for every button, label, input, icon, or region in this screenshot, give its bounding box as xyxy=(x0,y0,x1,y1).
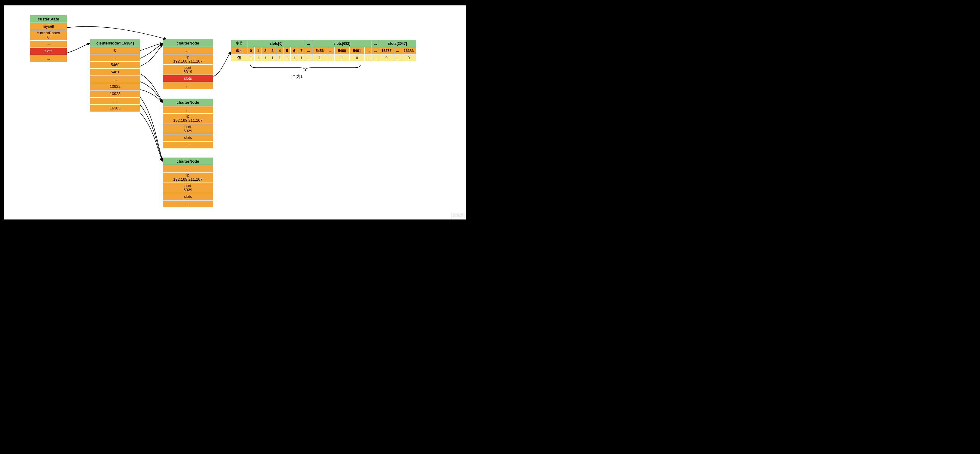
index-cell: 5456 xyxy=(312,47,328,54)
box-row: ip192.168.211.107 xyxy=(162,172,213,183)
index-cell: ... xyxy=(394,47,401,54)
box-row: myself xyxy=(30,23,67,30)
group-header: slots[2047] xyxy=(379,40,416,47)
watermark: 创新社区 xyxy=(451,213,465,218)
box-row: ... xyxy=(30,55,67,62)
value-cell: ... xyxy=(328,54,334,62)
cluster-node-2-box: clsuterNode...ip192.168.211.107port6329s… xyxy=(162,98,213,148)
box-row: ... xyxy=(162,47,213,54)
box-header: clsuterNode xyxy=(162,157,213,165)
value-cell: 1 xyxy=(334,54,350,62)
index-cell: 6 xyxy=(291,47,298,54)
cluster-state-box: custerStatemyselfcurrentEpoch0...slots..… xyxy=(30,15,67,62)
row-label-index: 索引 xyxy=(231,47,247,54)
index-cell: ... xyxy=(372,47,379,54)
value-cell: 1 xyxy=(262,54,269,62)
cluster-node-3-box: clsuterNode...ip192.168.211.107port6329s… xyxy=(162,157,213,207)
index-cell: 2 xyxy=(262,47,269,54)
box-row: ... xyxy=(162,165,213,172)
brace-label: 全为1 xyxy=(292,74,303,80)
index-cell: ... xyxy=(364,47,372,54)
box-row: ... xyxy=(90,97,140,105)
box-row: ... xyxy=(162,141,213,148)
box-row: currentEpoch0 xyxy=(30,30,67,41)
box-row: slots xyxy=(30,48,67,55)
value-cell: 0 xyxy=(379,54,394,62)
box-row: ip192.168.211.107 xyxy=(162,54,213,65)
box-row: port6329 xyxy=(162,124,213,134)
box-row: slots xyxy=(162,134,213,141)
value-cell: 1 xyxy=(269,54,276,62)
box-header: clsuterNode*[16384] xyxy=(90,39,140,47)
index-cell: 16383 xyxy=(401,47,416,54)
index-cell: 7 xyxy=(298,47,305,54)
index-cell: ... xyxy=(328,47,334,54)
box-row: ... xyxy=(90,76,140,83)
box-row: ... xyxy=(30,41,67,48)
index-cell: 4 xyxy=(276,47,283,54)
connector-arrows xyxy=(4,5,466,220)
box-row: 16383 xyxy=(90,105,140,112)
box-row: ... xyxy=(90,54,140,61)
box-row: ip192.168.211.107 xyxy=(162,113,213,124)
diagram-canvas: custerStatemyselfcurrentEpoch0...slots..… xyxy=(4,5,466,220)
box-header: custerState xyxy=(30,15,67,23)
box-row: ... xyxy=(162,82,213,89)
index-cell: ... xyxy=(305,47,312,54)
index-cell: 0 xyxy=(247,47,255,54)
index-cell: 5 xyxy=(283,47,291,54)
value-cell: 1 xyxy=(298,54,305,62)
index-cell: 5460 xyxy=(334,47,350,54)
box-row: 5460 xyxy=(90,61,140,68)
cluster-node-array-box: clsuterNode*[16384]0...54605461...109221… xyxy=(90,39,140,112)
box-row: slots xyxy=(162,75,213,82)
value-cell: 1 xyxy=(283,54,291,62)
row-label-byte: 字节 xyxy=(231,40,247,47)
box-row: port6329 xyxy=(162,183,213,193)
box-row: ... xyxy=(162,200,213,207)
brace-icon xyxy=(250,64,361,72)
box-row: 10923 xyxy=(90,90,140,97)
slot-bit-table: 字节slots[0]...slots[682]...slots[2047]索引0… xyxy=(231,40,416,62)
value-cell: 1 xyxy=(247,54,255,62)
box-header: clsuterNode xyxy=(162,39,213,47)
value-cell: 1 xyxy=(291,54,298,62)
value-cell: 1 xyxy=(255,54,262,62)
group-header: ... xyxy=(372,40,379,47)
index-cell: 1 xyxy=(255,47,262,54)
box-row: slots xyxy=(162,193,213,200)
value-cell: 0 xyxy=(401,54,416,62)
box-row: 5461 xyxy=(90,68,140,76)
index-cell: 3 xyxy=(269,47,276,54)
value-cell: ... xyxy=(394,54,401,62)
value-cell: 1 xyxy=(276,54,283,62)
box-header: clsuterNode xyxy=(162,98,213,106)
value-cell: 0 xyxy=(350,54,364,62)
value-cell: ... xyxy=(305,54,312,62)
value-cell: ... xyxy=(364,54,372,62)
index-cell: 16377 xyxy=(379,47,394,54)
box-row: 0 xyxy=(90,47,140,54)
box-row: port6319 xyxy=(162,65,213,75)
index-cell: 5461 xyxy=(350,47,364,54)
value-cell: 1 xyxy=(312,54,328,62)
group-header: slots[682] xyxy=(312,40,372,47)
row-label-value: 值 xyxy=(231,54,247,62)
box-row: 10922 xyxy=(90,83,140,90)
value-cell: ... xyxy=(372,54,379,62)
group-header: slots[0] xyxy=(247,40,305,47)
cluster-node-1-box: clsuterNode...ip192.168.211.107port6319s… xyxy=(162,39,213,89)
box-row: ... xyxy=(162,106,213,113)
group-header: ... xyxy=(305,40,312,47)
